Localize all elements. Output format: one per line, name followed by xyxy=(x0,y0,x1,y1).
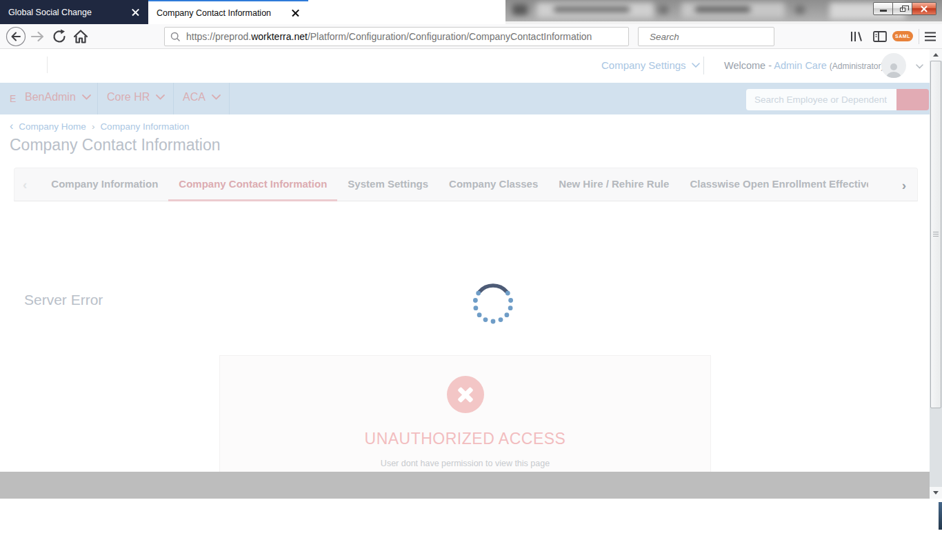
tabs-scroll-right-icon[interactable]: › xyxy=(902,178,906,193)
avatar[interactable] xyxy=(881,53,906,78)
browser-tab-company-contact-information[interactable]: Company Contact Information xyxy=(148,0,308,24)
breadcrumb-separator: › xyxy=(92,121,95,132)
scrollbar-thumb[interactable] xyxy=(930,61,941,408)
back-button[interactable] xyxy=(6,26,26,47)
arrow-down-icon xyxy=(933,491,939,494)
browser-search-bar[interactable] xyxy=(638,27,774,46)
back-icon xyxy=(6,26,26,47)
close-window-button[interactable] xyxy=(912,2,936,15)
browser-window: Global Social Change Company Contact Inf… xyxy=(0,0,942,560)
nav-item-benadmin[interactable]: BenAdmin xyxy=(25,91,91,103)
chevron-down-icon xyxy=(692,63,700,68)
reload-icon xyxy=(52,29,67,44)
welcome-text: Welcome - Admin Care (Administrator) xyxy=(724,60,884,71)
url-prefix: https://preprod. xyxy=(186,31,251,42)
page-footer xyxy=(0,472,942,499)
search-icon xyxy=(170,32,181,42)
library-icon[interactable] xyxy=(850,30,863,43)
page-content: Company Settings Welcome - Admin Care (A… xyxy=(0,49,942,499)
welcome-prefix: Welcome - xyxy=(724,60,774,71)
arrow-up-icon xyxy=(933,53,939,57)
nav-divider xyxy=(229,83,230,114)
tabs-container: Company Information Company Contact Info… xyxy=(41,168,868,201)
close-icon xyxy=(920,5,928,13)
hamburger-icon xyxy=(924,31,936,42)
home-button[interactable] xyxy=(73,29,88,44)
main-navbar: E BenAdmin Core HR ACA xyxy=(0,83,942,114)
restore-button[interactable] xyxy=(893,2,912,15)
url-path: /Platform/Configuration/Configuration/Co… xyxy=(308,31,592,42)
reload-button[interactable] xyxy=(52,29,67,44)
nav-partial-item: E xyxy=(10,93,16,104)
scroll-up-button[interactable] xyxy=(930,49,942,61)
browser-tab-global-social-change[interactable]: Global Social Change xyxy=(0,0,148,24)
nav-divider xyxy=(97,83,98,114)
loading-spinner xyxy=(468,279,518,328)
browser-tab-bar: Global Social Change Company Contact Inf… xyxy=(0,0,505,24)
app-header: Company Settings Welcome - Admin Care (A… xyxy=(0,49,942,83)
employee-search-input[interactable] xyxy=(746,89,896,110)
nav-label: Core HR xyxy=(107,91,150,103)
chevron-down-icon xyxy=(212,94,221,100)
minimize-button[interactable] xyxy=(873,2,893,15)
error-x-icon xyxy=(447,376,484,413)
forward-button[interactable] xyxy=(30,30,46,43)
address-bar[interactable]: https://preprod.workterra.net/Platform/C… xyxy=(164,27,629,46)
nav-divider xyxy=(173,83,174,114)
profile-caret-icon[interactable] xyxy=(916,64,923,69)
employee-search-button[interactable] xyxy=(896,89,929,110)
page-title: Company Contact Information xyxy=(10,136,221,154)
close-tab-icon[interactable] xyxy=(132,8,140,17)
user-name-link[interactable]: Admin Care xyxy=(774,60,827,71)
spinner-icon xyxy=(468,279,518,328)
tab-title: Company Contact Information xyxy=(157,8,292,18)
scroll-down-button[interactable] xyxy=(930,487,942,499)
sidebar-icon[interactable] xyxy=(873,31,887,42)
saml-extension-badge[interactable]: SAML xyxy=(892,31,913,41)
chevron-down-icon xyxy=(156,94,165,100)
tab-new-hire-rehire-rule[interactable]: New Hire / Rehire Rule xyxy=(548,168,679,201)
logo-divider xyxy=(47,57,48,73)
close-tab-icon[interactable] xyxy=(292,9,300,17)
vertical-scrollbar[interactable] xyxy=(930,49,942,499)
user-role: (Administrator) xyxy=(830,61,884,71)
server-error-text: Server Error xyxy=(24,292,103,308)
settings-tabstrip: ‹ Company Information Company Contact In… xyxy=(14,168,918,201)
user-icon xyxy=(885,61,903,78)
tab-system-settings[interactable]: System Settings xyxy=(337,168,439,201)
company-settings-label: Company Settings xyxy=(601,59,686,71)
restore-icon xyxy=(900,8,905,12)
minimize-icon xyxy=(880,10,887,12)
tab-company-information[interactable]: Company Information xyxy=(41,168,168,201)
window-controls xyxy=(873,2,936,15)
home-icon xyxy=(73,29,88,44)
background-window-edge xyxy=(939,502,942,530)
menu-button[interactable] xyxy=(924,31,936,42)
tab-company-classes[interactable]: Company Classes xyxy=(439,168,548,201)
nav-item-core-hr[interactable]: Core HR xyxy=(107,91,165,103)
tab-company-contact-information[interactable]: Company Contact Information xyxy=(168,168,337,201)
search-input[interactable] xyxy=(650,32,773,42)
tab-title: Global Social Change xyxy=(8,8,132,17)
tab-classwise-open-enrollment[interactable]: Classwise Open Enrollment Effective Date xyxy=(679,168,868,201)
error-message: User dont have permission to view this p… xyxy=(220,459,710,468)
breadcrumb: ‹ Company Home › Company Information xyxy=(10,120,189,132)
chevron-down-icon xyxy=(82,94,91,100)
forward-icon xyxy=(30,30,46,43)
tabs-scroll-left-icon[interactable]: ‹ xyxy=(23,177,27,192)
error-title: UNAUTHORIZED ACCESS xyxy=(220,430,710,448)
header-divider xyxy=(703,57,704,74)
url-domain: workterra.net xyxy=(251,31,308,42)
toolbar-divider xyxy=(919,29,919,44)
company-settings-menu[interactable]: Company Settings xyxy=(601,59,700,71)
breadcrumb-company-home[interactable]: Company Home xyxy=(19,121,86,132)
nav-item-aca[interactable]: ACA xyxy=(183,91,221,103)
breadcrumb-back-icon[interactable]: ‹ xyxy=(10,120,13,132)
browser-toolbar: https://preprod.workterra.net/Platform/C… xyxy=(0,24,942,49)
nav-label: BenAdmin xyxy=(25,91,76,103)
breadcrumb-company-information[interactable]: Company Information xyxy=(100,121,189,132)
nav-label: ACA xyxy=(183,91,206,103)
